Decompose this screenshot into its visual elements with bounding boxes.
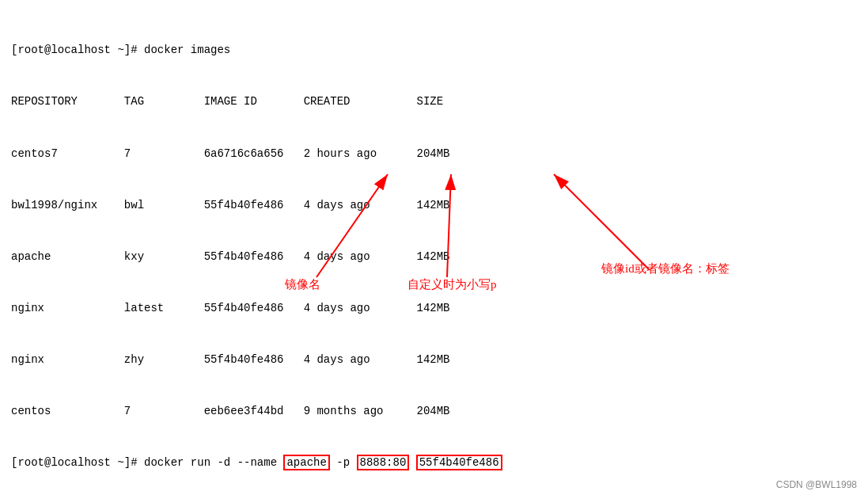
highlight-apache: apache	[283, 455, 329, 470]
highlight-imageid: 55f4b40fe486	[416, 455, 502, 470]
cmd2-p-flag: -p	[330, 456, 357, 469]
line-row5: nginx zhy 55f4b40fe486 4 days ago 142MB	[11, 352, 857, 369]
terminal: [root@localhost ~]# docker images REPOSI…	[0, 0, 868, 495]
line-row4: nginx latest 55f4b40fe486 4 days ago 142…	[11, 300, 857, 318]
watermark: CSDN @BWL1998	[776, 479, 857, 490]
cmd2-space	[409, 456, 415, 469]
cmd2-prefix: [root@localhost ~]# docker run -d --name	[11, 456, 283, 469]
highlight-port: 8888:80	[357, 455, 410, 470]
line-row3: apache kxy 55f4b40fe486 4 days ago 142MB	[11, 249, 857, 266]
line-row2: bwl1998/nginx bwl 55f4b40fe486 4 days ag…	[11, 197, 857, 215]
line-row6: centos 7 eeb6ee3f44bd 9 months ago 204MB	[11, 403, 857, 421]
line-header: REPOSITORY TAG IMAGE ID CREATED SIZE	[11, 93, 857, 111]
line-cmd2: [root@localhost ~]# docker run -d --name…	[11, 455, 857, 472]
line-row1: centos7 7 6a6716c6a656 2 hours ago 204MB	[11, 146, 857, 163]
line-cmd1: [root@localhost ~]# docker images	[11, 42, 857, 59]
